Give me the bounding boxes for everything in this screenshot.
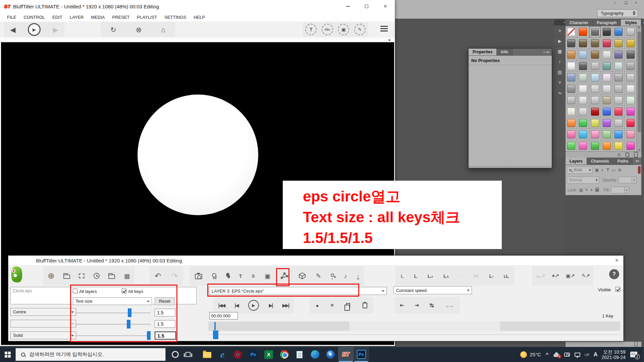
panel-collapse-icon[interactable]: » ▾≡ <box>541 49 552 55</box>
taskbar-search-input[interactable]: 검색하려면 여기에 입력하십시오. <box>15 348 166 361</box>
collapsed-paths-panel-icon[interactable]: Y <box>554 77 566 88</box>
style-swatch[interactable] <box>566 140 577 152</box>
panel-menu-icon[interactable]: ▾≡ <box>641 19 644 26</box>
style-swatch[interactable] <box>589 106 601 117</box>
style-swatch[interactable] <box>601 60 613 72</box>
style-swatch[interactable] <box>625 38 636 49</box>
value-z-field[interactable]: 1.5 <box>155 331 176 340</box>
taskbar-internet-explorer[interactable]: e <box>215 347 230 362</box>
style-swatch[interactable] <box>589 140 601 152</box>
camera-layer-icon[interactable] <box>195 274 202 279</box>
delete-layer-icon[interactable] <box>634 343 638 346</box>
forward-icon[interactable]: ▶ <box>53 26 58 33</box>
style-swatch[interactable] <box>613 49 625 60</box>
collapsed-swatches-panel-icon[interactable]: ▤ <box>554 67 566 77</box>
style-swatch[interactable] <box>601 117 613 129</box>
key-flash-icon[interactable]: L↯ <box>443 273 449 279</box>
style-swatch[interactable] <box>589 26 601 38</box>
style-swatch[interactable] <box>613 129 625 140</box>
picture-selection-tool-icon[interactable]: ▣ <box>338 24 349 35</box>
help-button[interactable]: ? <box>609 269 619 279</box>
value-y-field[interactable]: 1.5 <box>155 320 175 328</box>
cortana-button[interactable] <box>172 351 179 358</box>
all-layers-checkbox[interactable] <box>73 289 77 293</box>
menu-item-help[interactable]: HELP <box>190 15 209 20</box>
scale-text-icon[interactable]: Abc↗ <box>535 273 545 279</box>
key-collapse-icon[interactable]: ⋈ <box>474 273 479 279</box>
filter-image-icon[interactable]: ▣ <box>595 168 599 172</box>
collapsed-align-panel-icon[interactable]: ≒ <box>554 88 566 98</box>
panel-menu-icon[interactable]: ▾≡ <box>546 50 550 54</box>
filter-adjustment-icon[interactable]: ◐ <box>601 168 604 172</box>
delete-style-icon[interactable] <box>634 153 638 158</box>
taskbar-file-explorer[interactable] <box>199 347 215 362</box>
menu-item-settings[interactable]: SETTINGS <box>161 15 190 20</box>
scale-eps-icon[interactable]: ⌖↗ <box>552 273 559 279</box>
lock-move-icon[interactable]: + <box>590 188 593 192</box>
taskbar-media-viewer[interactable] <box>230 347 246 362</box>
panel-menu-icon[interactable]: ▾≡ <box>634 158 641 165</box>
style-swatch[interactable] <box>589 117 601 129</box>
filter-toggle[interactable] <box>638 166 641 174</box>
style-swatch[interactable] <box>566 129 577 140</box>
stretch-keys-icon[interactable]: ↹ <box>430 302 434 308</box>
style-swatch[interactable] <box>625 117 636 129</box>
clock[interactable]: 오전 10:59 2021-09-24 <box>601 349 626 360</box>
style-swatch[interactable] <box>613 95 625 106</box>
position-dropdown[interactable]: Centre <box>10 308 76 316</box>
style-swatch[interactable] <box>625 49 636 60</box>
style-swatch[interactable] <box>566 106 577 117</box>
collapsed-info-panel-icon[interactable]: i <box>554 57 566 67</box>
style-swatch[interactable] <box>601 83 613 95</box>
volume-muted-icon[interactable]: ◁× <box>584 352 590 357</box>
tab-styles[interactable]: Styles <box>621 19 641 26</box>
picture-layer-icon[interactable]: ▣ <box>264 273 270 279</box>
speed-dropdown[interactable]: Constant speed <box>393 286 472 294</box>
style-swatch[interactable] <box>613 38 625 49</box>
fill-field[interactable] <box>611 187 625 193</box>
style-swatch[interactable] <box>577 129 589 140</box>
playhead[interactable] <box>214 322 216 330</box>
play-button[interactable]: ▶ <box>248 300 259 311</box>
lock-all-icon[interactable] <box>595 189 599 192</box>
show-desktop-button[interactable] <box>643 347 644 362</box>
fill-dropdown-icon[interactable]: ▼ <box>625 187 629 193</box>
blend-mode-dropdown[interactable]: Normal <box>567 177 599 184</box>
redo-icon[interactable]: ↷ <box>171 272 178 280</box>
copy-key-icon[interactable] <box>346 303 350 308</box>
eps-layer-icon[interactable] <box>280 272 289 280</box>
key-marker[interactable] <box>213 330 218 339</box>
close-button[interactable]: × <box>376 0 395 13</box>
style-swatch[interactable] <box>601 72 613 83</box>
ime-indicator[interactable]: A <box>594 352 598 358</box>
reset-button[interactable]: Reset <box>155 297 175 305</box>
sketch-layer-icon[interactable]: S <box>252 274 255 279</box>
hamburger-menu-icon[interactable] <box>380 24 388 33</box>
tab-layers[interactable]: Layers <box>566 158 587 165</box>
duration-icon[interactable] <box>94 273 100 279</box>
value-x-field[interactable]: 1.5 <box>155 309 175 316</box>
panel-resize-handle[interactable]: ⋯ <box>469 166 552 168</box>
style-swatch[interactable] <box>613 26 625 38</box>
style-swatch[interactable] <box>625 26 636 38</box>
style-swatch[interactable] <box>589 95 601 106</box>
style-swatch[interactable] <box>566 38 577 49</box>
record-key-icon[interactable]: ● <box>316 303 318 308</box>
style-swatch[interactable] <box>613 117 625 129</box>
collapsed-glyphs-panel-icon[interactable]: ≡ <box>554 25 566 36</box>
close-icon[interactable]: × <box>615 257 619 264</box>
collapse-left-icon[interactable]: « <box>564 20 566 24</box>
style-swatch[interactable] <box>613 140 625 152</box>
style-swatch[interactable] <box>625 83 636 95</box>
style-swatch[interactable] <box>589 38 601 49</box>
key-circles-icon[interactable]: ◌◦ <box>460 273 464 279</box>
collapsed-actions-panel-icon[interactable]: ▶ <box>554 36 566 46</box>
style-swatch[interactable] <box>566 49 577 60</box>
style-swatch[interactable] <box>625 72 636 83</box>
tab-paragraph[interactable]: Paragraph <box>593 19 621 26</box>
eraser-layer-icon[interactable]: ✎ <box>316 273 321 279</box>
timeline-ruler[interactable] <box>208 321 620 331</box>
clear-style-icon[interactable]: ⊘ <box>617 152 621 157</box>
main-titlebar[interactable]: BT BluffTitler ULTIMATE - Untitled * 192… <box>0 0 395 13</box>
menu-item-layer[interactable]: LAYER <box>66 15 88 20</box>
